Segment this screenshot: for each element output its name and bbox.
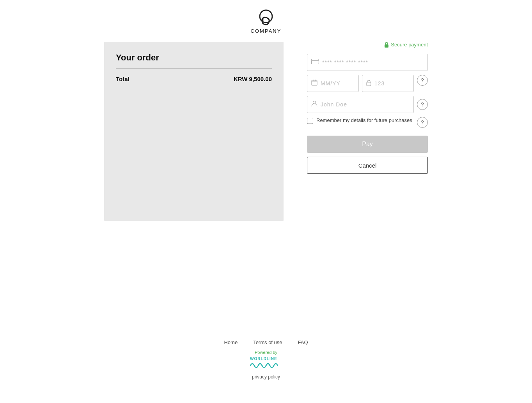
faq-link[interactable]: FAQ <box>298 339 308 345</box>
powered-by-label: Powered by <box>255 350 277 355</box>
expiry-input[interactable] <box>321 80 355 87</box>
order-divider <box>116 68 272 69</box>
card-number-input[interactable] <box>322 59 424 65</box>
svg-text:WORLDLINE: WORLDLINE <box>250 357 277 361</box>
calendar-icon <box>311 80 317 87</box>
home-link[interactable]: Home <box>224 339 238 345</box>
card-number-row <box>307 54 428 71</box>
remember-checkbox[interactable] <box>307 118 313 124</box>
order-total-row: Total KRW 9,500.00 <box>116 76 272 82</box>
cvv-input[interactable] <box>374 80 410 87</box>
secure-payment-indicator: Secure payment <box>307 42 428 48</box>
card-icon <box>311 59 319 66</box>
secure-payment-label: Secure payment <box>391 42 428 48</box>
worldline-logo: Powered by WORLDLINE <box>248 350 284 369</box>
svg-rect-4 <box>312 80 317 85</box>
company-logo <box>255 8 277 27</box>
terms-link[interactable]: Terms of use <box>253 339 282 345</box>
footer-links: Home Terms of use FAQ <box>224 339 308 345</box>
cvv-wrapper[interactable] <box>362 75 414 92</box>
svg-rect-3 <box>311 60 319 61</box>
order-panel: Your order Total KRW 9,500.00 <box>104 42 284 221</box>
pay-button[interactable]: Pay <box>307 136 428 153</box>
cvv-lock-icon <box>366 80 371 87</box>
name-wrapper[interactable] <box>307 96 414 113</box>
company-name-label: Company <box>251 28 282 34</box>
payment-panel: Secure payment <box>307 42 428 174</box>
expiry-wrapper[interactable] <box>307 75 359 92</box>
name-input[interactable] <box>321 101 410 108</box>
order-total-value: KRW 9,500.00 <box>234 76 272 82</box>
worldline-waves-svg: WORLDLINE <box>248 355 284 369</box>
cvv-help-button[interactable]: ? <box>417 75 428 86</box>
name-help-button[interactable]: ? <box>417 99 428 110</box>
lock-icon <box>384 42 389 48</box>
person-icon <box>311 101 317 108</box>
remember-label: Remember my details for future purchases <box>316 117 414 124</box>
main-content: Your order Total KRW 9,500.00 Secure pay… <box>0 42 532 221</box>
svg-rect-8 <box>367 82 371 86</box>
svg-rect-2 <box>312 59 319 64</box>
card-number-wrapper[interactable] <box>307 54 428 71</box>
privacy-policy-link[interactable]: privacy policy <box>252 374 280 380</box>
order-title: Your order <box>116 53 272 63</box>
footer: Home Terms of use FAQ Powered by WORLDLI… <box>0 339 532 380</box>
remember-help-button[interactable]: ? <box>417 117 428 128</box>
name-row: ? <box>307 96 428 113</box>
cancel-button[interactable]: Cancel <box>307 157 428 174</box>
remember-me-row: Remember my details for future purchases… <box>307 117 428 128</box>
header: Company <box>0 0 532 38</box>
expiry-cvv-row: ? <box>307 75 428 92</box>
svg-rect-1 <box>385 44 388 48</box>
order-total-label: Total <box>116 76 129 82</box>
